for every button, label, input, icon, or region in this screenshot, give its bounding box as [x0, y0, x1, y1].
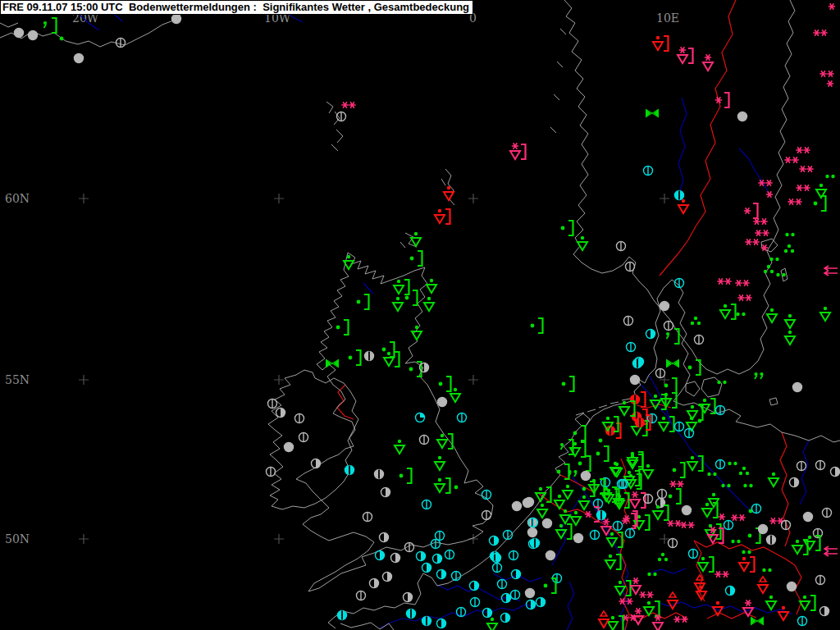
station-g1 [357, 591, 366, 600]
station-rain_br [439, 377, 451, 391]
station-b1 [498, 580, 507, 589]
station-shwr [785, 331, 795, 345]
station-driz [568, 470, 577, 477]
coastline [769, 398, 778, 405]
station-snow [731, 514, 745, 521]
grid-layer: 20W10W010E60N55N50N [5, 11, 679, 546]
station-rain_br [399, 468, 412, 483]
station-b4 [433, 555, 442, 564]
grid-label: 55N [5, 373, 30, 386]
station-ts [326, 359, 339, 368]
station-snow [755, 230, 769, 236]
station-snow1 [829, 3, 835, 10]
station-snow [796, 147, 810, 153]
station-b1 [458, 413, 467, 422]
weather-map: 20W10W010E60N55N50N FRE 09.11.07 15:00 U… [0, 0, 840, 630]
station-rain_br [531, 318, 543, 333]
station-rain2 [743, 484, 752, 487]
station-b1 [493, 564, 502, 573]
station-snow [673, 616, 687, 623]
station-snow [737, 294, 751, 301]
station-rain2 [731, 540, 740, 543]
coastline [550, 29, 566, 133]
station-g4 [381, 488, 390, 497]
station-b7 [345, 466, 354, 475]
border-line [660, 0, 736, 276]
station-g1 [267, 468, 276, 477]
grid-cross [79, 194, 89, 203]
station-snow [341, 102, 355, 108]
station-shwr [427, 279, 436, 293]
station-g1 [482, 511, 491, 520]
station-rain3 [691, 317, 701, 325]
station-rain2 [707, 472, 716, 476]
station-rain_br [664, 378, 677, 393]
station-g1 [626, 262, 635, 272]
coastline [326, 102, 343, 151]
station-shwr [487, 618, 497, 630]
station-snowshwr [633, 608, 643, 624]
station-ts [751, 617, 764, 625]
station-snow [758, 180, 772, 186]
coastline [0, 23, 18, 27]
station-b1 [644, 167, 653, 176]
station-g1 [656, 369, 665, 378]
station-g1 [816, 461, 825, 470]
station-g4 [370, 579, 379, 588]
station-g1 [624, 317, 633, 326]
station-rain_br [673, 463, 685, 477]
station-rain2 [728, 462, 737, 465]
station-b4 [376, 551, 385, 560]
station-rain_br [814, 196, 826, 211]
grid-cross [660, 194, 669, 203]
station-rshwr_br [653, 36, 669, 51]
station-shwr [555, 495, 564, 509]
station-hail [758, 577, 768, 593]
station-g8 [513, 502, 522, 511]
station-rain [599, 439, 603, 443]
station-snow [714, 571, 728, 578]
station-shwr [767, 308, 777, 322]
station-g1 [695, 336, 704, 345]
station-snowshwr_br [678, 47, 693, 63]
station-g4 [391, 554, 400, 563]
station-g8 [582, 472, 591, 481]
station-rain [60, 37, 64, 41]
station-rain [698, 419, 702, 423]
station-b1 [511, 591, 520, 600]
station-rain_br [596, 446, 609, 461]
station-snow [788, 199, 801, 205]
coastline [268, 370, 358, 509]
station-shwr [435, 456, 445, 470]
station-g8 [15, 29, 24, 38]
station-g4 [790, 478, 799, 487]
station-g1 [116, 39, 126, 48]
station-b1 [614, 522, 623, 531]
grid-cross [660, 375, 669, 385]
station-shwr [563, 485, 573, 499]
station-snow [669, 481, 683, 487]
station-b1 [675, 422, 684, 431]
station-shwr_br [605, 555, 621, 569]
station-snow_br [744, 203, 758, 218]
station-g1 [420, 436, 429, 445]
river-line [363, 283, 373, 294]
coastline [701, 377, 722, 397]
station-g1 [782, 521, 791, 530]
river-line [678, 98, 687, 196]
station-g8 [574, 534, 583, 543]
coastline [328, 617, 394, 630]
station-g1 [669, 539, 678, 548]
station-hail [599, 611, 609, 628]
station-driz_br [43, 18, 57, 33]
river-line [800, 441, 809, 504]
station-b4 [726, 587, 735, 596]
station-b1 [798, 617, 807, 626]
grid-cross [274, 534, 284, 544]
river-line [739, 148, 770, 196]
station-b7 [633, 359, 642, 368]
station-g8 [546, 551, 555, 560]
station-snow1 [766, 191, 773, 198]
grid-cross [274, 194, 284, 203]
station-b4 [417, 552, 426, 561]
